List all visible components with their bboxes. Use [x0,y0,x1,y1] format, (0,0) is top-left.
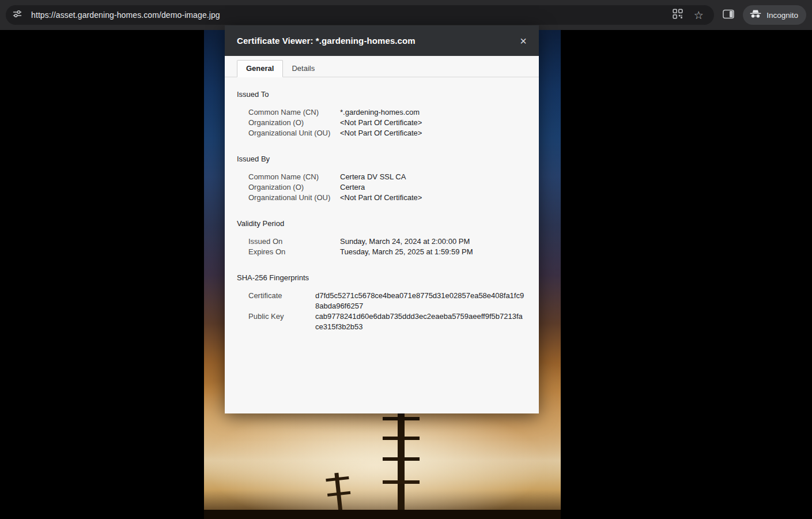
tab-general[interactable]: General [237,60,283,77]
cert-row: Organization (O) <Not Part Of Certificat… [248,118,525,128]
row-value: Certera [340,182,365,193]
row-label: Issued On [248,236,340,247]
section-heading: Issued By [237,155,312,164]
section-issued-by: Issued By Common Name (CN) Certera DV SS… [237,155,525,203]
section-validity-period: Validity Period Issued On Sunday, March … [237,219,525,257]
address-bar[interactable]: https://asset.gardening-homes.com/demo-i… [6,5,714,25]
row-label: Public Key [248,311,315,332]
dialog-tabs: General Details [225,56,539,77]
row-label: Common Name (CN) [248,172,340,182]
cert-row: Certificate d7fd5c5271c5678ce4bea071e877… [248,291,525,311]
row-value: Tuesday, March 25, 2025 at 1:59:59 PM [340,247,473,257]
row-label: Organizational Unit (OU) [248,128,340,138]
incognito-icon [750,10,761,20]
row-label: Organizational Unit (OU) [248,193,340,203]
section-sha256-fingerprints: SHA-256 Fingerprints Certificate d7fd5c5… [237,273,525,332]
bookmark-button[interactable]: ☆ [690,6,707,24]
cert-row: Expires On Tuesday, March 25, 2025 at 1:… [248,247,525,257]
row-label: Certificate [248,291,315,311]
row-label: Common Name (CN) [248,107,340,118]
cert-row: Public Key cab9778241d60e6dab735ddd3ec2e… [248,311,525,332]
row-label: Organization (O) [248,118,340,128]
cert-row: Common Name (CN) Certera DV SSL CA [248,172,525,182]
cert-row: Common Name (CN) *.gardening-homes.com [248,107,525,118]
tune-icon [12,9,22,21]
site-settings-button[interactable] [9,7,25,23]
row-value: *.gardening-homes.com [340,107,420,118]
row-value: Sunday, March 24, 2024 at 2:00:00 PM [340,236,470,247]
crane-silhouette [334,473,342,513]
cert-row: Issued On Sunday, March 24, 2024 at 2:00… [248,236,525,247]
qr-code-icon [673,9,683,21]
row-label: Organization (O) [248,182,340,193]
incognito-badge[interactable]: Incognito [743,5,806,25]
bookmark-star-icon: ☆ [694,10,704,21]
certificate-viewer-dialog: Certificate Viewer: *.gardening-homes.co… [225,25,539,413]
row-value: d7fd5c5271c5678ce4bea071e8775d31e02857ea… [315,291,525,311]
row-label: Expires On [248,247,340,257]
dialog-content: Issued To Common Name (CN) *.gardening-h… [225,77,539,332]
section-issued-to: Issued To Common Name (CN) *.gardening-h… [237,90,525,138]
incognito-label: Incognito [766,11,798,20]
row-value: <Not Part Of Certificate> [340,193,422,203]
dialog-title: Certificate Viewer: *.gardening-homes.co… [237,36,416,46]
side-panel-button[interactable] [720,6,737,24]
section-heading: SHA-256 Fingerprints [237,273,312,283]
section-heading: Issued To [237,90,312,99]
close-icon[interactable]: × [516,33,531,48]
dialog-header: Certificate Viewer: *.gardening-homes.co… [225,25,539,56]
tab-details[interactable]: Details [283,61,323,77]
qr-code-button[interactable] [669,6,686,24]
cert-row: Organization (O) Certera [248,182,525,193]
row-value: cab9778241d60e6dab735ddd3ec2eaeba5759aee… [315,311,525,332]
launch-tower-silhouette [398,407,405,513]
section-heading: Validity Period [237,219,312,228]
row-value: Certera DV SSL CA [340,172,406,182]
row-value: <Not Part Of Certificate> [340,118,422,128]
cert-row: Organizational Unit (OU) <Not Part Of Ce… [248,193,525,203]
cert-row: Organizational Unit (OU) <Not Part Of Ce… [248,128,525,138]
side-panel-icon [723,9,734,21]
row-value: <Not Part Of Certificate> [340,128,422,138]
url-text[interactable]: https://asset.gardening-homes.com/demo-i… [31,10,663,20]
